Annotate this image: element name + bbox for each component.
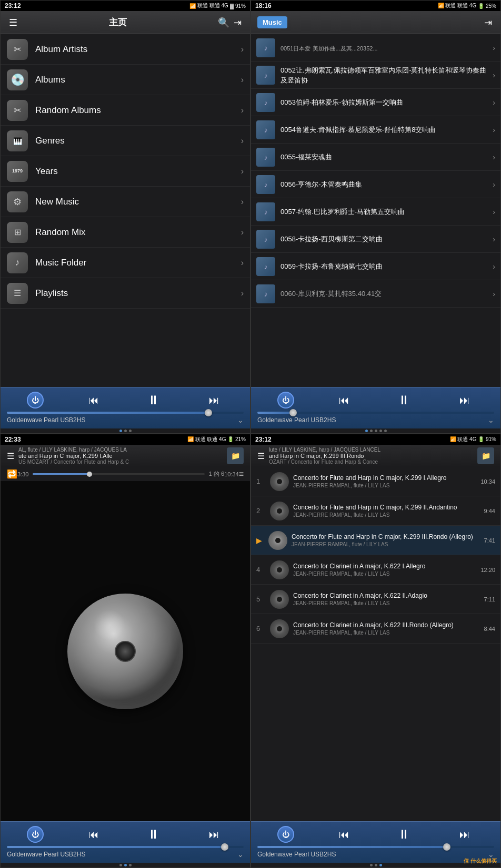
menu-item-albums[interactable]: 💿 Albums › [1, 65, 250, 95]
track-item-6[interactable]: 6 Concerto for Clarinet in A major, K.62… [251, 614, 500, 644]
music-item-info: 0053伯姆-柏林爱乐-勃拉姆斯第一交响曲 [280, 97, 493, 107]
next-button-bl[interactable]: ⏭ [205, 828, 224, 842]
prev-button-tr[interactable]: ⏮ [335, 393, 354, 407]
list-item[interactable]: ♪ 0060-库贝利克-莫扎特35.40.41交 › [251, 280, 500, 308]
track-art-4 [270, 560, 289, 579]
folder-icon-button-br[interactable]: 📁 [477, 447, 494, 464]
track-list-br: 1 Concerto for Flute and Harp in C major… [251, 467, 500, 821]
folder-icon-button-bl[interactable]: 📁 [227, 447, 244, 464]
folder-icon: ♪ [256, 230, 275, 249]
track-item-4[interactable]: 4 Concerto for Clarinet in A major, K.62… [251, 555, 500, 585]
random-albums-icon: ✂ [7, 100, 28, 121]
track-item-3[interactable]: ▶ Concerto for Flute and Harp in C major… [251, 526, 500, 555]
back-menu-button-bl[interactable]: ☰ [7, 451, 14, 461]
forward-button-tl[interactable]: ⇥ [232, 15, 244, 30]
menu-item-random-mix[interactable]: ⊞ Random Mix › [1, 217, 250, 248]
folder-icon: ♪ [256, 284, 275, 303]
track-duration-2: 9:44 [484, 508, 495, 514]
folder-icon: ♪ [256, 257, 275, 276]
device-select-chevron-bl[interactable]: ⌄ [237, 850, 244, 859]
device-select-chevron-tr[interactable]: ⌄ [488, 416, 494, 424]
progress-thumb-tl[interactable] [205, 409, 212, 416]
menu-item-album-artists[interactable]: ✂ Album Artists › [1, 34, 250, 65]
transport-controls-br: ⏻ ⏮ ⏸ ⏭ [257, 826, 494, 843]
list-item[interactable]: ♪ 0058-卡拉扬-西贝柳斯第二交响曲 › [251, 226, 500, 253]
music-item-info: 0059-卡拉扬-布鲁克纳第七交响曲 [280, 261, 493, 271]
progress-bar-br[interactable] [257, 846, 494, 848]
progress-bar-tr[interactable] [257, 412, 494, 414]
np-progress-bl[interactable] [33, 473, 204, 475]
transport-bl: ⏻ ⏮ ⏸ ⏭ Goldenwave Pearl USB2HS ⌄ [1, 821, 250, 863]
track-artist-4: JEAN-PIERRE RAMPAL, flute / LILY LAS [293, 571, 480, 577]
music-file-list: ♪ 0051日本爱 美加作曲...及其...20352... › ♪ 0052让… [251, 34, 500, 387]
track-info-6: Concerto for Clarinet in A major, K.622 … [293, 621, 484, 636]
menu-item-random-albums[interactable]: ✂ Random Albums › [1, 95, 250, 126]
play-pause-button-bl[interactable]: ⏸ [143, 826, 164, 843]
list-view-button-bl[interactable]: ≡ [239, 469, 244, 479]
dot-2-bl [124, 864, 127, 866]
menu-item-genres[interactable]: 🎹 Genres › [1, 126, 250, 156]
prev-button-bl[interactable]: ⏮ [84, 828, 103, 842]
albums-icon: 💿 [7, 69, 28, 90]
device-name-br: Goldenwave Pearl USB2HS [257, 851, 336, 858]
back-menu-button-br[interactable]: ☰ [257, 451, 265, 461]
status-time-tl: 23:12 [5, 2, 21, 9]
np-time-total-bl: 10:34 [224, 471, 239, 477]
track-item-5[interactable]: 5 Concerto for Clarinet in A major, K.62… [251, 585, 500, 614]
folder-icon: ♪ [256, 38, 275, 57]
next-button-br[interactable]: ⏭ [455, 828, 474, 842]
prev-button-tl[interactable]: ⏮ [84, 393, 103, 407]
list-item[interactable]: ♪ 0056-亨德尔-木管奏鸣曲集 › [251, 171, 500, 198]
music-item-info: 0055-福莱安魂曲 [280, 152, 493, 162]
forward-button-tr[interactable]: ⇥ [482, 15, 494, 30]
play-pause-button-tr[interactable]: ⏸ [394, 392, 415, 409]
network-icon-tl: 📶 [189, 3, 196, 9]
play-pause-button-br[interactable]: ⏸ [394, 826, 415, 843]
dot-2-tl [124, 430, 127, 432]
music-tab[interactable]: Music [257, 16, 287, 28]
repeat-icon-bl[interactable]: 🔁 [7, 469, 17, 479]
transport-tl: ⏻ ⏮ ⏸ ⏭ Goldenwave Pearl USB2HS ⌄ [1, 387, 250, 428]
track-item-2[interactable]: 2 Concerto for Flute and Harp in C major… [251, 496, 500, 526]
np-album-bl: US MOZART / Concerto for Flute and Harp … [18, 459, 223, 465]
hamburger-menu-button[interactable]: ☰ [7, 15, 19, 30]
music-folder-label: Music Folder [35, 258, 241, 268]
random-albums-arrow: › [241, 106, 244, 115]
power-button-tl[interactable]: ⏻ [27, 392, 44, 409]
device-select-chevron-tl[interactable]: ⌄ [237, 416, 244, 424]
list-item[interactable]: ♪ 0055-福莱安魂曲 › [251, 144, 500, 171]
power-button-bl[interactable]: ⏻ [27, 826, 44, 843]
music-item-title: 0056-亨德尔-木管奏鸣曲集 [280, 180, 362, 188]
power-button-tr[interactable]: ⏻ [277, 392, 294, 409]
prev-button-br[interactable]: ⏮ [335, 828, 354, 842]
list-item[interactable]: ♪ 0054鲁道夫.肯佩指挥-慕尼黑爱乐-舒伯特第8交响曲 › [251, 116, 500, 144]
albums-label: Albums [35, 75, 241, 85]
playlists-icon: ☰ [7, 283, 28, 304]
progress-thumb-tr[interactable] [289, 409, 297, 416]
menu-item-playlists[interactable]: ☰ Playlists › [1, 278, 250, 309]
next-button-tl[interactable]: ⏭ [205, 393, 224, 407]
search-button-tl[interactable]: 🔍 [216, 15, 232, 30]
music-item-info: 0052让.弗朗索瓦.佩拉德领军百雅室内乐团-莫扎特长笛和竖琴协奏曲及竖笛协 [280, 65, 493, 85]
menu-item-new-music[interactable]: ⚙ New Music › [1, 187, 250, 217]
list-item[interactable]: ♪ 0057-约翰.巴比罗利爵士-马勒第五交响曲 › [251, 198, 500, 226]
list-item[interactable]: ♪ 0051日本爱 美加作曲...及其...20352... › [251, 34, 500, 62]
progress-bar-tl[interactable] [7, 412, 244, 414]
progress-bar-bl[interactable] [7, 846, 244, 848]
list-item[interactable]: ♪ 0052让.弗朗索瓦.佩拉德领军百雅室内乐团-莫扎特长笛和竖琴协奏曲及竖笛协… [251, 62, 500, 89]
page-dots-tl [1, 428, 250, 433]
progress-thumb-br[interactable] [443, 843, 450, 851]
power-button-br[interactable]: ⏻ [277, 826, 294, 843]
progress-thumb-bl[interactable] [221, 843, 228, 851]
np-progress-thumb-bl[interactable] [87, 472, 92, 477]
menu-item-music-folder[interactable]: ♪ Music Folder › [1, 248, 250, 278]
new-music-label: New Music [35, 197, 241, 207]
transport-tr: ⏻ ⏮ ⏸ ⏭ Goldenwave Pearl USB2HS ⌄ [251, 387, 500, 428]
list-item[interactable]: ♪ 0053伯姆-柏林爱乐-勃拉姆斯第一交响曲 › [251, 89, 500, 116]
next-button-tr[interactable]: ⏭ [455, 393, 474, 407]
track-item-1[interactable]: 1 Concerto for Flute and Harp in C major… [251, 467, 500, 496]
panel-track-list: 23:12 📶 联通 4G 🔋 91% ☰ lute / LILY LASKIN… [250, 434, 501, 868]
menu-item-years[interactable]: 1979 Years › [1, 156, 250, 187]
list-item[interactable]: ♪ 0059-卡拉扬-布鲁克纳第七交响曲 › [251, 253, 500, 280]
play-pause-button-tl[interactable]: ⏸ [143, 392, 164, 409]
